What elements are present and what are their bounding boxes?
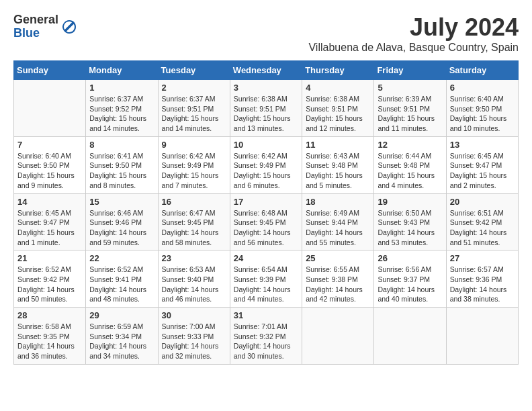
day-number: 28	[17, 310, 82, 320]
day-number: 19	[378, 197, 442, 207]
day-number: 13	[450, 140, 515, 150]
calendar-cell: 15Sunrise: 6:46 AM Sunset: 9:46 PM Dayli…	[86, 193, 158, 250]
calendar-cell	[14, 80, 86, 137]
calendar-week-row: 7Sunrise: 6:40 AM Sunset: 9:50 PM Daylig…	[14, 136, 519, 193]
day-number: 31	[234, 310, 298, 320]
calendar-cell: 23Sunrise: 6:53 AM Sunset: 9:40 PM Dayli…	[158, 250, 230, 308]
calendar-week-row: 1Sunrise: 6:37 AM Sunset: 9:52 PM Daylig…	[14, 80, 519, 137]
day-number: 11	[306, 140, 370, 150]
day-info: Sunrise: 6:54 AM Sunset: 9:39 PM Dayligh…	[234, 265, 298, 304]
calendar-cell: 28Sunrise: 6:58 AM Sunset: 9:35 PM Dayli…	[14, 308, 86, 365]
day-number: 10	[234, 140, 298, 150]
header-thursday: Thursday	[302, 61, 374, 80]
day-info: Sunrise: 6:57 AM Sunset: 9:36 PM Dayligh…	[450, 265, 515, 304]
day-info: Sunrise: 6:39 AM Sunset: 9:51 PM Dayligh…	[378, 94, 442, 134]
calendar-cell: 18Sunrise: 6:49 AM Sunset: 9:44 PM Dayli…	[302, 193, 374, 250]
day-info: Sunrise: 7:01 AM Sunset: 9:32 PM Dayligh…	[234, 322, 298, 361]
location-title: Villabuena de Alava, Basque Country, Spa…	[308, 42, 519, 54]
calendar-cell: 26Sunrise: 6:56 AM Sunset: 9:37 PM Dayli…	[374, 250, 446, 308]
calendar-cell: 8Sunrise: 6:41 AM Sunset: 9:50 PM Daylig…	[86, 136, 158, 193]
day-number: 26	[378, 253, 442, 263]
day-number: 3	[234, 83, 298, 93]
day-number: 16	[162, 197, 226, 207]
day-info: Sunrise: 6:58 AM Sunset: 9:35 PM Dayligh…	[17, 322, 82, 361]
calendar-cell	[302, 308, 374, 365]
day-number: 2	[162, 83, 226, 93]
header-friday: Friday	[374, 61, 446, 80]
day-number: 27	[450, 253, 515, 263]
day-number: 9	[162, 140, 226, 150]
day-info: Sunrise: 6:52 AM Sunset: 9:42 PM Dayligh…	[17, 265, 82, 304]
header-sunday: Sunday	[14, 61, 86, 80]
day-info: Sunrise: 6:56 AM Sunset: 9:37 PM Dayligh…	[378, 265, 442, 304]
calendar-cell: 31Sunrise: 7:01 AM Sunset: 9:32 PM Dayli…	[230, 308, 302, 365]
day-info: Sunrise: 6:42 AM Sunset: 9:49 PM Dayligh…	[162, 151, 226, 191]
header-monday: Monday	[86, 61, 158, 80]
day-number: 29	[89, 310, 154, 320]
day-info: Sunrise: 6:37 AM Sunset: 9:52 PM Dayligh…	[89, 94, 154, 134]
calendar-cell	[374, 308, 446, 365]
day-info: Sunrise: 6:59 AM Sunset: 9:34 PM Dayligh…	[89, 322, 154, 361]
calendar-cell: 14Sunrise: 6:45 AM Sunset: 9:47 PM Dayli…	[14, 193, 86, 250]
day-number: 5	[378, 83, 442, 93]
calendar-cell: 21Sunrise: 6:52 AM Sunset: 9:42 PM Dayli…	[14, 250, 86, 308]
calendar-cell: 22Sunrise: 6:52 AM Sunset: 9:41 PM Dayli…	[86, 250, 158, 308]
day-info: Sunrise: 7:00 AM Sunset: 9:33 PM Dayligh…	[162, 322, 226, 361]
day-number: 17	[234, 197, 298, 207]
calendar-cell: 27Sunrise: 6:57 AM Sunset: 9:36 PM Dayli…	[446, 250, 518, 308]
calendar-cell: 24Sunrise: 6:54 AM Sunset: 9:39 PM Dayli…	[230, 250, 302, 308]
calendar-cell: 2Sunrise: 6:37 AM Sunset: 9:51 PM Daylig…	[158, 80, 230, 137]
day-info: Sunrise: 6:49 AM Sunset: 9:44 PM Dayligh…	[306, 208, 370, 248]
day-info: Sunrise: 6:43 AM Sunset: 9:48 PM Dayligh…	[306, 151, 370, 191]
calendar-header-row: SundayMondayTuesdayWednesdayThursdayFrid…	[14, 61, 519, 80]
logo: General Blue	[13, 13, 77, 40]
day-number: 25	[306, 253, 370, 263]
calendar-cell: 11Sunrise: 6:43 AM Sunset: 9:48 PM Dayli…	[302, 136, 374, 193]
day-number: 1	[89, 83, 154, 93]
calendar-cell: 16Sunrise: 6:47 AM Sunset: 9:45 PM Dayli…	[158, 193, 230, 250]
day-info: Sunrise: 6:37 AM Sunset: 9:51 PM Dayligh…	[162, 94, 226, 134]
calendar-cell: 3Sunrise: 6:38 AM Sunset: 9:51 PM Daylig…	[230, 80, 302, 137]
day-info: Sunrise: 6:38 AM Sunset: 9:51 PM Dayligh…	[306, 94, 370, 134]
day-number: 22	[89, 253, 154, 263]
calendar-cell: 30Sunrise: 7:00 AM Sunset: 9:33 PM Dayli…	[158, 308, 230, 365]
calendar-week-row: 28Sunrise: 6:58 AM Sunset: 9:35 PM Dayli…	[14, 308, 519, 365]
logo-general: General	[13, 13, 58, 27]
header-tuesday: Tuesday	[158, 61, 230, 80]
day-info: Sunrise: 6:53 AM Sunset: 9:40 PM Dayligh…	[162, 265, 226, 304]
header-wednesday: Wednesday	[230, 61, 302, 80]
day-info: Sunrise: 6:46 AM Sunset: 9:46 PM Dayligh…	[89, 208, 154, 248]
calendar-cell: 29Sunrise: 6:59 AM Sunset: 9:34 PM Dayli…	[86, 308, 158, 365]
calendar-cell: 20Sunrise: 6:51 AM Sunset: 9:42 PM Dayli…	[446, 193, 518, 250]
day-number: 15	[89, 197, 154, 207]
day-info: Sunrise: 6:45 AM Sunset: 9:47 PM Dayligh…	[17, 208, 82, 248]
day-number: 23	[162, 253, 226, 263]
calendar-cell: 25Sunrise: 6:55 AM Sunset: 9:38 PM Dayli…	[302, 250, 374, 308]
page-header: General Blue July 2024 Villabuena de Ala…	[13, 13, 519, 54]
title-block: July 2024 Villabuena de Alava, Basque Co…	[308, 13, 519, 54]
day-number: 14	[17, 197, 82, 207]
calendar-table: SundayMondayTuesdayWednesdayThursdayFrid…	[13, 60, 519, 365]
calendar-cell: 17Sunrise: 6:48 AM Sunset: 9:45 PM Dayli…	[230, 193, 302, 250]
day-number: 8	[89, 140, 154, 150]
calendar-cell: 4Sunrise: 6:38 AM Sunset: 9:51 PM Daylig…	[302, 80, 374, 137]
day-info: Sunrise: 6:40 AM Sunset: 9:50 PM Dayligh…	[17, 151, 82, 191]
day-info: Sunrise: 6:44 AM Sunset: 9:48 PM Dayligh…	[378, 151, 442, 191]
calendar-cell: 6Sunrise: 6:40 AM Sunset: 9:50 PM Daylig…	[446, 80, 518, 137]
day-number: 6	[450, 83, 515, 93]
calendar-week-row: 14Sunrise: 6:45 AM Sunset: 9:47 PM Dayli…	[14, 193, 519, 250]
calendar-cell: 7Sunrise: 6:40 AM Sunset: 9:50 PM Daylig…	[14, 136, 86, 193]
calendar-cell: 12Sunrise: 6:44 AM Sunset: 9:48 PM Dayli…	[374, 136, 446, 193]
day-info: Sunrise: 6:40 AM Sunset: 9:50 PM Dayligh…	[450, 94, 515, 134]
month-title: July 2024	[308, 13, 519, 42]
day-info: Sunrise: 6:48 AM Sunset: 9:45 PM Dayligh…	[234, 208, 298, 248]
day-info: Sunrise: 6:55 AM Sunset: 9:38 PM Dayligh…	[306, 265, 370, 304]
header-saturday: Saturday	[446, 61, 518, 80]
day-number: 20	[450, 197, 515, 207]
day-number: 21	[17, 253, 82, 263]
calendar-cell: 10Sunrise: 6:42 AM Sunset: 9:49 PM Dayli…	[230, 136, 302, 193]
logo-icon	[61, 19, 77, 35]
calendar-cell: 13Sunrise: 6:45 AM Sunset: 9:47 PM Dayli…	[446, 136, 518, 193]
calendar-week-row: 21Sunrise: 6:52 AM Sunset: 9:42 PM Dayli…	[14, 250, 519, 308]
day-info: Sunrise: 6:50 AM Sunset: 9:43 PM Dayligh…	[378, 208, 442, 248]
